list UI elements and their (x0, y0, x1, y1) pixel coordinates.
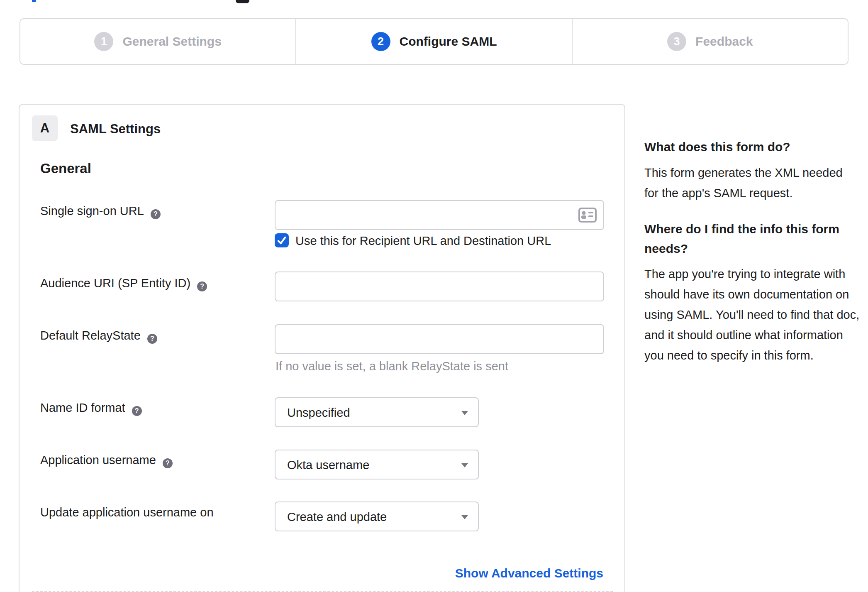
section-a-badge: A (32, 115, 58, 141)
update-username-label: Update application username on (40, 506, 214, 519)
sidebar-heading-where: Where do I find the info this form needs… (644, 219, 856, 258)
nameid-format-label: Name ID format? (40, 401, 142, 416)
relaystate-label: Default RelayState? (40, 329, 157, 344)
app-username-label: Application username? (40, 453, 173, 468)
help-icon[interactable]: ? (163, 458, 173, 468)
wizard-stepper: 1 General Settings 2 Configure SAML 3 Fe… (20, 18, 848, 65)
step-number-badge: 2 (371, 32, 390, 51)
sso-url-label: Single sign-on URL? (40, 204, 161, 219)
show-advanced-settings-link[interactable]: Show Advanced Settings (455, 566, 603, 580)
saml-settings-panel: A SAML Settings General Single sign-on U… (19, 104, 625, 592)
step-label: Feedback (695, 34, 753, 49)
audience-uri-label: Audience URI (SP Entity ID)? (40, 276, 207, 291)
panel-title: SAML Settings (70, 122, 161, 137)
cropped-app-icon-fragment (236, 0, 249, 3)
step-label: General Settings (122, 34, 221, 49)
chevron-down-icon (461, 515, 468, 519)
sidebar-heading-what: What does this form do? (644, 137, 860, 157)
step-configure-saml[interactable]: 2 Configure SAML (295, 19, 571, 64)
sso-url-input-wrap (275, 200, 604, 230)
step-number-badge: 1 (94, 32, 113, 51)
recipient-url-checkbox-label[interactable]: Use this for Recipient URL and Destinati… (295, 234, 551, 248)
update-username-select[interactable]: Create and update (275, 501, 479, 531)
recipient-url-checkbox[interactable] (275, 233, 289, 247)
step-number-badge: 3 (667, 32, 686, 51)
step-general-settings[interactable]: 1 General Settings (20, 19, 295, 64)
section-divider (32, 591, 613, 592)
contact-card-icon[interactable] (578, 208, 597, 223)
help-icon[interactable]: ? (147, 334, 157, 344)
general-section-heading: General (40, 161, 91, 176)
app-username-value: Okta username (287, 450, 369, 479)
relaystate-hint: If no value is set, a blank RelayState i… (276, 360, 508, 373)
audience-uri-input[interactable] (275, 272, 604, 301)
nameid-format-select[interactable]: Unspecified (275, 397, 479, 427)
step-feedback[interactable]: 3 Feedback (572, 19, 848, 64)
sidebar-paragraph-where: The app you're trying to integrate with … (644, 264, 861, 366)
cropped-logo-fragment (32, 0, 36, 2)
check-icon (276, 235, 288, 246)
relaystate-input[interactable] (275, 324, 604, 354)
help-icon[interactable]: ? (151, 209, 161, 219)
help-icon[interactable]: ? (132, 406, 142, 416)
nameid-format-value: Unspecified (287, 398, 350, 427)
chevron-down-icon (461, 411, 468, 415)
help-icon[interactable]: ? (197, 281, 207, 291)
sso-url-input[interactable] (275, 200, 604, 230)
app-username-select[interactable]: Okta username (275, 450, 479, 479)
step-label: Configure SAML (400, 34, 497, 49)
update-username-value: Create and update (287, 502, 387, 531)
chevron-down-icon (461, 463, 468, 467)
sidebar-paragraph-what: This form generates the XML needed for t… (644, 163, 852, 203)
